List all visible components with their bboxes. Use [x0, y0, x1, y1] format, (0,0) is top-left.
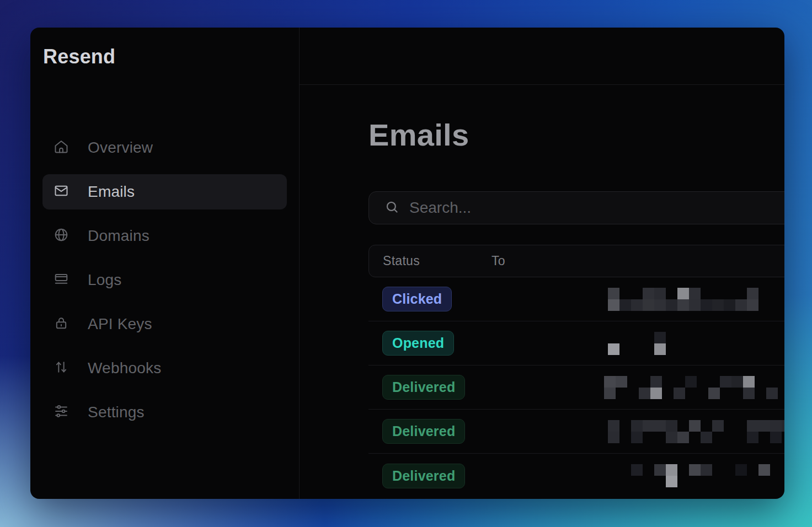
- table-row[interactable]: Clicked: [368, 277, 784, 321]
- home-icon: [54, 139, 69, 157]
- sidebar-item-emails[interactable]: Emails: [42, 174, 287, 209]
- sidebar-item-domains[interactable]: Domains: [42, 218, 287, 254]
- sidebar-item-api-keys[interactable]: API Keys: [42, 306, 287, 342]
- sidebar-item-label: Overview: [88, 139, 153, 157]
- emails-table: Status To Clicked Opened Delivered Deliv…: [368, 245, 784, 498]
- search-input[interactable]: [409, 199, 784, 217]
- sidebar-item-label: Webhooks: [88, 359, 161, 377]
- sidebar-item-label: Logs: [88, 271, 122, 289]
- status-badge: Opened: [382, 331, 454, 356]
- table-header: Status To: [368, 245, 784, 277]
- globe-icon: [54, 227, 69, 245]
- sidebar-nav: Overview Emails Domains Logs API Keys We: [30, 130, 299, 439]
- main-content: Emails Status To Clicked Opened: [300, 85, 784, 498]
- app-window: Resend Overview Emails Domains Logs API …: [30, 28, 784, 499]
- arrows-up-down-icon: [54, 359, 69, 377]
- redacted-recipient: [608, 464, 784, 487]
- page-title: Emails: [368, 117, 784, 153]
- main-area: Emails Status To Clicked Opened: [300, 28, 784, 499]
- sidebar-item-label: Domains: [88, 227, 149, 245]
- redacted-recipient: [604, 376, 784, 399]
- table-row[interactable]: Opened: [368, 321, 784, 365]
- status-badge: Delivered: [382, 375, 465, 400]
- table-row[interactable]: Delivered: [368, 454, 784, 498]
- redacted-recipient: [608, 332, 784, 355]
- app-logo: Resend: [43, 45, 299, 68]
- search-icon: [384, 200, 399, 217]
- sidebar-item-label: Settings: [88, 404, 145, 421]
- column-header-to: To: [492, 254, 784, 268]
- sidebar-item-settings[interactable]: Settings: [42, 395, 287, 430]
- sidebar-item-logs[interactable]: Logs: [42, 262, 287, 298]
- sidebar-item-webhooks[interactable]: Webhooks: [42, 351, 287, 386]
- search-box[interactable]: [368, 191, 784, 224]
- sidebar-item-label: Emails: [88, 183, 135, 201]
- table-row[interactable]: Delivered: [368, 410, 784, 454]
- status-badge: Clicked: [382, 287, 452, 311]
- column-header-status: Status: [369, 254, 492, 268]
- main-header: [300, 28, 784, 85]
- redacted-recipient: [608, 420, 784, 443]
- lock-icon: [54, 315, 69, 333]
- mail-icon: [54, 183, 69, 201]
- table-row[interactable]: Delivered: [368, 365, 784, 410]
- status-badge: Delivered: [382, 464, 465, 488]
- sliders-icon: [54, 404, 69, 421]
- redacted-recipient: [608, 288, 784, 311]
- logs-icon: [54, 271, 69, 289]
- status-badge: Delivered: [382, 419, 465, 444]
- sidebar-item-label: API Keys: [88, 315, 152, 333]
- sidebar: Resend Overview Emails Domains Logs API …: [30, 28, 300, 499]
- sidebar-item-overview[interactable]: Overview: [42, 130, 287, 165]
